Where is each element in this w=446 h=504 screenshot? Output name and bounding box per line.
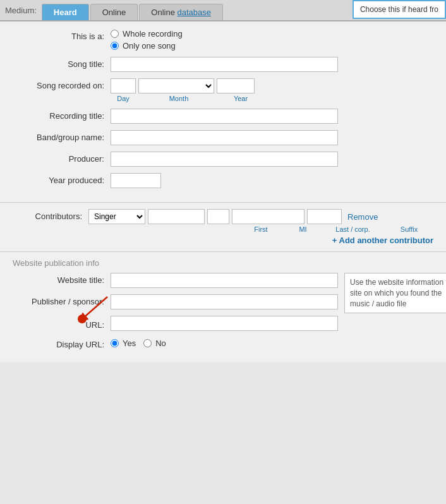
song-title-input[interactable] bbox=[111, 57, 338, 72]
song-recorded-control: JanuaryFebruaryMarch AprilMayJune JulyAu… bbox=[111, 78, 433, 102]
day-input[interactable] bbox=[111, 78, 136, 93]
year-produced-control bbox=[111, 173, 433, 188]
medium-label: Medium: bbox=[5, 6, 37, 19]
tab-online-database[interactable]: Online database bbox=[139, 4, 223, 20]
song-title-control bbox=[111, 57, 433, 72]
radio-song-input[interactable] bbox=[111, 42, 119, 50]
url-input[interactable] bbox=[111, 316, 338, 331]
main-form: This is a: Whole recording Only one song… bbox=[0, 21, 446, 202]
recording-title-label: Recording title: bbox=[13, 109, 111, 121]
website-section: Website publication info Website title: … bbox=[0, 251, 446, 362]
display-url-yes-input[interactable] bbox=[111, 339, 119, 347]
year-produced-input[interactable] bbox=[111, 173, 161, 188]
heard-tooltip: Choose this if heard fro bbox=[353, 0, 446, 19]
website-info-tooltip: Use the website information for site on … bbox=[344, 273, 446, 313]
display-url-no-input[interactable] bbox=[143, 339, 152, 347]
song-recorded-label: Song recorded on: bbox=[13, 78, 111, 90]
band-group-label: Band/group name: bbox=[13, 130, 111, 142]
recording-title-input[interactable] bbox=[111, 109, 338, 124]
song-title-row: Song title: bbox=[13, 57, 433, 72]
band-group-control bbox=[111, 130, 433, 145]
producer-row: Producer: bbox=[13, 152, 433, 167]
add-contributor-button[interactable]: + Add another contributor bbox=[332, 236, 433, 245]
year-produced-label: Year produced: bbox=[13, 173, 111, 185]
month-select[interactable]: JanuaryFebruaryMarch AprilMayJune JulyAu… bbox=[138, 78, 214, 93]
producer-label: Producer: bbox=[13, 152, 111, 164]
producer-input[interactable] bbox=[111, 152, 338, 167]
radio-only-one-song[interactable]: Only one song bbox=[111, 41, 433, 51]
band-group-input[interactable] bbox=[111, 130, 338, 145]
tab-online[interactable]: Online bbox=[90, 4, 138, 20]
display-url-row: Display URL: Yes No bbox=[13, 337, 433, 349]
radio-whole-recording[interactable]: Whole recording bbox=[111, 29, 433, 39]
contributors-section: Contributors: Singer Composer Lyricist P… bbox=[0, 202, 446, 251]
display-url-no[interactable]: No bbox=[143, 339, 166, 348]
website-title-row: Website title: Use the website informati… bbox=[13, 273, 433, 288]
tab-heard[interactable]: Heard bbox=[42, 4, 89, 20]
year-input[interactable] bbox=[217, 78, 255, 93]
contributors-row: Contributors: Singer Composer Lyricist P… bbox=[13, 209, 433, 233]
year-produced-row: Year produced: bbox=[13, 173, 433, 188]
website-section-heading: Website publication info bbox=[13, 258, 433, 268]
this-is-a-row: This is a: Whole recording Only one song bbox=[13, 29, 433, 51]
contributor-mi-input[interactable] bbox=[207, 209, 229, 224]
song-title-label: Song title: bbox=[13, 57, 111, 69]
arrow-icon bbox=[73, 294, 111, 325]
publisher-input[interactable] bbox=[111, 294, 338, 309]
radio-group: Whole recording Only one song bbox=[111, 29, 433, 51]
contributor-first-input[interactable] bbox=[148, 209, 205, 224]
tab-bar: Medium: Heard Online Online database Cho… bbox=[0, 0, 446, 21]
this-is-a-label: This is a: bbox=[13, 29, 111, 41]
website-title-control: Use the website information for site on … bbox=[111, 273, 338, 288]
website-title-label: Website title: bbox=[13, 273, 111, 285]
display-url-yes[interactable]: Yes bbox=[111, 339, 136, 348]
online-database-link[interactable]: database bbox=[178, 8, 212, 17]
url-row: URL: bbox=[13, 316, 433, 331]
contributor-last-input[interactable] bbox=[232, 209, 304, 224]
svg-point-2 bbox=[78, 315, 87, 323]
recording-title-control bbox=[111, 109, 433, 124]
svg-line-1 bbox=[82, 297, 107, 319]
display-url-label: Display URL: bbox=[13, 337, 111, 349]
add-contributor-row: + Add another contributor bbox=[13, 236, 433, 245]
contributors-inputs-wrapper: Singer Composer Lyricist Performer Condu… bbox=[88, 209, 426, 233]
contributor-suffix-input[interactable] bbox=[307, 209, 342, 224]
song-recorded-row: Song recorded on: JanuaryFebruaryMarch A… bbox=[13, 78, 433, 102]
contributors-label: Contributors: bbox=[13, 209, 88, 221]
band-group-row: Band/group name: bbox=[13, 130, 433, 145]
recording-title-row: Recording title: bbox=[13, 109, 433, 124]
radio-whole-input[interactable] bbox=[111, 30, 119, 38]
url-input-wrapper bbox=[111, 316, 338, 331]
producer-control bbox=[111, 152, 433, 167]
remove-contributor-button[interactable]: Remove bbox=[344, 210, 381, 224]
website-title-input[interactable] bbox=[111, 273, 338, 288]
contributor-role-select[interactable]: Singer Composer Lyricist Performer Condu… bbox=[88, 209, 145, 224]
